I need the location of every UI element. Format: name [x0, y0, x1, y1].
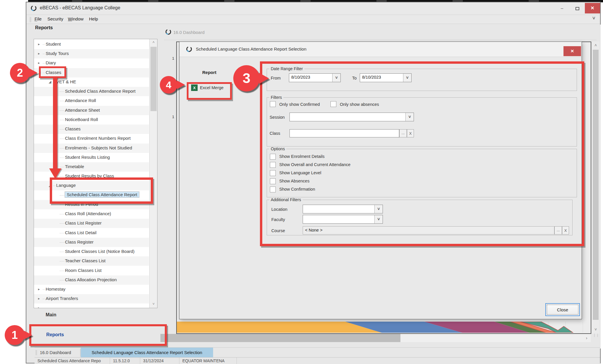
- tree-item[interactable]: ▸: [34, 303, 149, 308]
- tree-item[interactable]: ▸Homestay: [34, 285, 149, 294]
- tree-item[interactable]: Attendance Roll: [34, 96, 149, 106]
- class-browse-button[interactable]: ...: [399, 129, 407, 137]
- expand-icon[interactable]: ▸: [38, 306, 40, 308]
- tree-item[interactable]: ◢VET & HE: [34, 77, 149, 87]
- sidebar-section-reports[interactable]: Reports: [46, 332, 64, 337]
- dialog-close-button[interactable]: ✕: [563, 46, 581, 56]
- status-user: EQUATOR MAINTENA: [179, 358, 237, 364]
- only-show-confirmed-checkbox[interactable]: [270, 101, 276, 107]
- location-combo[interactable]: ˅: [303, 205, 383, 213]
- menu-window[interactable]: Window: [67, 15, 84, 23]
- tree-scrollbar[interactable]: ˄ ˅: [149, 39, 157, 308]
- option-label: Show Absences: [279, 179, 309, 183]
- tree-scrollbar-thumb[interactable]: [150, 47, 157, 111]
- to-date-combo[interactable]: 8/10/2023 ˅: [360, 73, 412, 82]
- tab-dashboard[interactable]: 16.0 Dashboard: [35, 348, 80, 358]
- excel-icon: X: [191, 84, 198, 91]
- option-checkbox[interactable]: [270, 187, 276, 192]
- vertical-scrollbar-thumb[interactable]: [593, 50, 599, 320]
- sidebar-section-main[interactable]: Main: [46, 312, 56, 318]
- tree-item[interactable]: Enrolments - Subjects Not Studied: [34, 144, 149, 153]
- close-window-button[interactable]: ✕: [585, 3, 600, 13]
- class-input[interactable]: [289, 129, 399, 137]
- chevron-down-icon[interactable]: ˅: [374, 205, 383, 213]
- report-excel-merge-item[interactable]: X Excel Merge: [191, 84, 235, 93]
- tree-item[interactable]: ▸Study Tours: [34, 49, 149, 58]
- tree-item[interactable]: Class Register: [34, 238, 149, 247]
- tree-item[interactable]: Class List Register: [34, 219, 149, 228]
- collapse-icon[interactable]: ◢: [49, 80, 51, 84]
- tree-item[interactable]: ▸Student: [34, 40, 149, 49]
- tree-item[interactable]: ▸Diary: [34, 58, 149, 68]
- menu-help[interactable]: Help: [88, 15, 99, 23]
- expand-icon[interactable]: ▸: [38, 61, 40, 65]
- session-combo[interactable]: ˅: [289, 113, 414, 121]
- menu-security[interactable]: Security: [47, 15, 64, 23]
- tree-item[interactable]: ◢Classes: [34, 68, 149, 77]
- tree-item[interactable]: Class Allocation Projection: [34, 275, 149, 285]
- only-show-absences-checkbox[interactable]: [330, 101, 336, 107]
- tree-item[interactable]: Room Classes List: [34, 266, 149, 275]
- dashboard-title: 16.0 Dashboard: [173, 30, 205, 35]
- tree-item[interactable]: ▸Airport Transfers: [34, 294, 149, 303]
- option-checkbox[interactable]: [270, 154, 276, 160]
- collapse-icon[interactable]: ◢: [49, 183, 51, 187]
- expand-icon[interactable]: ▸: [38, 51, 40, 56]
- tree-item[interactable]: NoticeBoard Roll: [34, 115, 149, 125]
- tree-item-label: Scheduled Class Attendance Report: [65, 89, 136, 94]
- horizontal-scrollbar-thumb[interactable]: [160, 334, 400, 342]
- faculty-combo[interactable]: ˅: [303, 215, 383, 224]
- window-title: eBECAS - eBECAS Language College: [40, 5, 120, 11]
- chevron-down-icon[interactable]: ˅: [332, 74, 340, 82]
- date-range-group-label: Date Range Filter: [269, 66, 304, 71]
- scroll-down-icon[interactable]: ˅: [592, 326, 599, 333]
- option-row: Show Absences: [179, 178, 582, 186]
- scroll-up-icon[interactable]: ˄: [150, 39, 157, 46]
- minimize-button[interactable]: –: [555, 3, 569, 13]
- tree-item[interactable]: Results in Period: [34, 200, 149, 209]
- expand-icon[interactable]: ▸: [38, 42, 40, 46]
- scroll-up-icon[interactable]: ˄: [592, 42, 599, 49]
- tree-item-label: Airport Transfers: [46, 296, 78, 301]
- resize-grip[interactable]: ⋮⋮: [592, 334, 599, 342]
- scroll-down-icon[interactable]: ˅: [150, 301, 157, 307]
- excel-merge-label: Excel Merge: [200, 85, 224, 90]
- tree-item[interactable]: Class Roll (Attendance): [34, 209, 149, 219]
- horizontal-scrollbar[interactable]: ›: [160, 334, 591, 342]
- collapse-icon[interactable]: ◢: [38, 70, 41, 75]
- chevron-down-icon[interactable]: ˅: [403, 74, 411, 82]
- tree-item[interactable]: Class List Detail: [34, 228, 149, 238]
- menu-file[interactable]: File: [34, 15, 42, 23]
- expand-icon[interactable]: ▸: [38, 287, 40, 291]
- course-input[interactable]: < None >: [303, 226, 554, 234]
- expand-icon[interactable]: ▸: [38, 296, 40, 301]
- faculty-label: Faculty: [271, 217, 285, 222]
- tree-item[interactable]: Student Results Listing: [34, 153, 149, 162]
- vertical-scrollbar[interactable]: ˄ ˅: [592, 42, 599, 334]
- tree-item[interactable]: ◢Language: [34, 181, 149, 190]
- close-button[interactable]: Close: [547, 305, 578, 315]
- tree-item[interactable]: Scheduled Class Attendance Report: [34, 87, 149, 96]
- option-checkbox[interactable]: [270, 170, 276, 176]
- option-checkbox[interactable]: [270, 162, 276, 168]
- title-bar: eBECAS - eBECAS Language College – ✕: [26, 2, 600, 15]
- tree-item[interactable]: Class Enrolment Numbers Report: [34, 134, 149, 143]
- chevron-down-icon[interactable]: ˅: [592, 16, 595, 21]
- tree-item-label: Teacher Classes List: [65, 258, 105, 263]
- class-clear-button[interactable]: X: [407, 129, 414, 137]
- chevron-down-icon[interactable]: ˅: [374, 215, 383, 223]
- tree-item[interactable]: Teacher Classes List: [34, 256, 149, 266]
- tree-item[interactable]: Student Classes List (Notice Board): [34, 247, 149, 256]
- tree-item[interactable]: Scheduled Class Attendance Report: [34, 191, 149, 200]
- scroll-right-icon[interactable]: ›: [583, 334, 591, 342]
- tree-item[interactable]: Classes: [34, 125, 149, 134]
- course-clear-button[interactable]: X: [562, 226, 569, 234]
- maximize-button[interactable]: [570, 3, 584, 13]
- course-browse-button[interactable]: ...: [554, 226, 562, 234]
- chevron-down-icon[interactable]: ˅: [405, 113, 414, 121]
- tree-item[interactable]: Attendance Sheet: [34, 106, 149, 115]
- option-checkbox[interactable]: [270, 178, 276, 184]
- tab-report-selection[interactable]: Scheduled Language Class Attendance Repo…: [81, 348, 213, 358]
- from-date-combo[interactable]: 8/10/2023 ˅: [289, 73, 341, 82]
- menu-grip-handle[interactable]: [30, 17, 31, 22]
